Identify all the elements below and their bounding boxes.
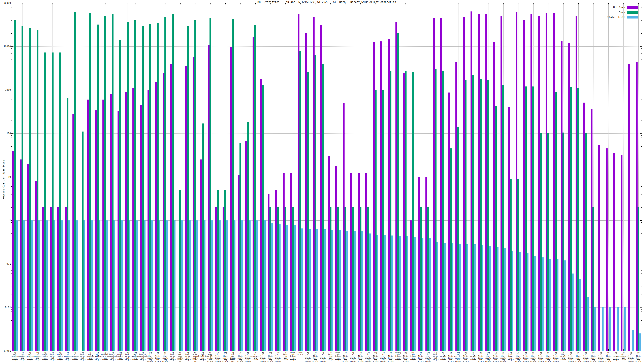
bar-spam <box>322 64 324 351</box>
bar-score <box>226 220 228 351</box>
y-minor-tick <box>641 135 642 136</box>
bar-spam <box>638 207 639 351</box>
x-tick <box>601 3 601 4</box>
y-minor-tick <box>11 99 12 100</box>
bar-not-spam <box>222 207 224 351</box>
bar-spam <box>172 14 174 351</box>
bar-spam <box>89 13 91 351</box>
y-minor-tick <box>641 92 642 92</box>
legend-label-not-spam: Not Spam <box>613 6 625 9</box>
bar-score <box>406 236 408 351</box>
bar-score <box>211 220 213 351</box>
x-tick <box>488 3 488 4</box>
bar-spam <box>457 127 459 351</box>
y-minor-tick <box>11 51 12 51</box>
y-minor-tick <box>641 266 642 266</box>
x-tick <box>616 3 616 4</box>
bar-not-spam <box>440 18 442 351</box>
x-tick-label-line: origin <box>272 361 283 362</box>
y-minor-tick <box>641 164 642 164</box>
bar-score <box>166 220 168 351</box>
bar-not-spam <box>636 62 638 351</box>
bar-not-spam <box>12 151 14 351</box>
bar-not-spam <box>613 153 615 351</box>
bar-not-spam <box>215 207 217 351</box>
bar-score <box>249 220 250 351</box>
x-tick <box>180 3 180 4</box>
bar-score <box>542 257 544 351</box>
bar-not-spam <box>125 92 127 351</box>
legend-swatch-spam <box>627 11 638 14</box>
bar-spam <box>194 20 196 351</box>
bar-score <box>466 244 468 351</box>
y-minor-tick <box>641 97 642 97</box>
bar-not-spam <box>102 99 104 351</box>
bar-not-spam <box>546 13 548 351</box>
x-tick <box>450 3 451 4</box>
bar-spam <box>29 28 31 351</box>
bar-score <box>316 229 318 351</box>
x-tick <box>541 3 541 4</box>
bar-not-spam <box>568 43 570 351</box>
bar-not-spam <box>621 155 622 351</box>
y-minor-tick <box>641 186 642 187</box>
bar-spam <box>465 80 466 351</box>
bar-spam <box>562 132 564 351</box>
x-tick <box>428 3 428 4</box>
bar-score <box>587 297 589 351</box>
y-minor-tick <box>11 92 12 92</box>
y-minor-tick <box>641 277 642 277</box>
bar-score <box>594 307 596 351</box>
bar-spam <box>367 207 369 351</box>
y-minor-tick <box>11 5 12 5</box>
y-minor-tick <box>641 120 642 120</box>
bar-not-spam <box>553 13 555 351</box>
bar-score <box>422 238 424 351</box>
x-tick <box>526 3 526 4</box>
x-tick <box>45 3 45 4</box>
x-tick <box>240 3 240 4</box>
y-tick-label: 10 <box>1 176 11 178</box>
x-tick <box>60 3 60 4</box>
bar-not-spam <box>373 42 375 351</box>
y-minor-tick <box>11 53 12 53</box>
bar-spam <box>592 207 594 351</box>
bar-score <box>624 307 626 351</box>
bar-not-spam <box>230 47 232 351</box>
bar-score <box>452 243 454 351</box>
x-tick <box>376 3 376 4</box>
bar-score <box>114 220 115 351</box>
bar-spam <box>390 71 392 351</box>
y-minor-tick <box>641 312 642 312</box>
bar-spam <box>149 24 151 351</box>
x-tick <box>75 3 75 4</box>
y-tick-label: 1000 <box>1 88 11 91</box>
y-minor-tick <box>11 97 12 97</box>
bar-not-spam <box>148 90 149 351</box>
x-tick-label-line: Y. <box>633 354 644 355</box>
bar-spam <box>585 133 587 351</box>
bar-spam <box>427 207 429 351</box>
x-tick <box>346 3 346 4</box>
bar-not-spam <box>162 73 164 351</box>
y-tick-label: 0.001 <box>1 349 11 352</box>
legend-swatch-not-spam <box>627 6 638 9</box>
bar-not-spam <box>95 110 97 351</box>
bar-score <box>38 220 40 351</box>
y-minor-tick <box>641 64 642 64</box>
legend-label-score: Score (0..1) <box>607 16 625 18</box>
bar-spam <box>405 71 406 351</box>
bar-score <box>23 220 25 351</box>
bar-not-spam <box>508 107 510 351</box>
bar-not-spam <box>275 190 277 351</box>
legend-row-not-spam: Not Spam <box>607 5 638 10</box>
bar-not-spam <box>478 14 480 351</box>
bar-score <box>572 274 574 351</box>
bar-spam <box>375 90 376 351</box>
bar-not-spam <box>516 12 518 351</box>
x-tick-label-line: net <box>190 361 201 362</box>
x-tick-label-line: origin <box>460 361 471 362</box>
x-tick-label-line: org <box>633 359 644 361</box>
y-minor-tick <box>11 113 12 113</box>
bar-score <box>376 235 378 351</box>
